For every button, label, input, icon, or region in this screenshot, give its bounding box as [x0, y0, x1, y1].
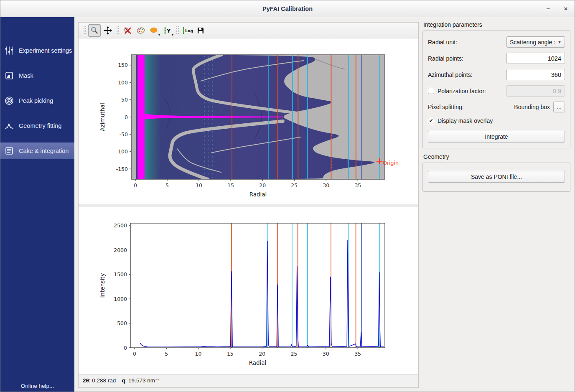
integrate-button[interactable]: Integrate: [428, 131, 565, 143]
zoom-tool-button[interactable]: [88, 24, 101, 37]
rings-icon: [4, 96, 14, 106]
integration-parameters-heading: Integration parameters: [423, 21, 570, 28]
peak-curve-icon: [4, 121, 14, 131]
close-button[interactable]: ×: [562, 5, 570, 12]
sliders-icon: [4, 46, 14, 56]
online-help-link[interactable]: Online help...: [0, 383, 74, 389]
y-tick-label: 1500: [114, 271, 127, 277]
minimize-button[interactable]: −: [544, 5, 552, 12]
unzoom-button[interactable]: [121, 24, 134, 37]
geometry-group: Save as PONI file...: [422, 163, 570, 192]
x-axis-label: Radial: [249, 359, 267, 366]
cake-plot-panel: Origin05101520253035150100500-50-100-150…: [79, 38, 418, 204]
pixel-splitting-value: Bounding box: [514, 104, 550, 110]
x-tick-label: 15: [227, 182, 234, 188]
plot-splitter[interactable]: [79, 204, 418, 207]
dropdown-arrow-icon: ▾: [158, 33, 160, 37]
palette-icon: [136, 26, 145, 35]
floppy-save-icon: [196, 26, 205, 35]
cake-image: [131, 55, 385, 179]
window-controls: − ×: [544, 0, 570, 17]
radial-points-input[interactable]: 1024: [506, 53, 565, 64]
x-axis-label: Radial: [249, 191, 267, 198]
polarization-input: 0.9: [506, 85, 565, 97]
sidebar-item-label: Geometry fitting: [19, 122, 61, 129]
window-title: PyFAI Calibration: [262, 5, 313, 12]
x-tick-label: 20: [259, 182, 266, 188]
two-theta-value: : 0.288 rad: [89, 377, 116, 384]
title-bar: PyFAI Calibration − ×: [0, 0, 575, 17]
x-tick-label: 35: [354, 182, 361, 188]
toolbar-separator: [176, 26, 179, 35]
x-tick-label: 5: [165, 351, 168, 357]
y-tick-label: 500: [117, 320, 127, 326]
display-mask-checkbox[interactable]: ✔: [428, 118, 434, 124]
x-tick-label: 0: [134, 182, 137, 188]
q-label: q: [122, 377, 125, 384]
x-tick-label: 0: [133, 351, 136, 357]
sidebar-item-cake-integration[interactable]: Cake & integration: [0, 143, 74, 159]
y-tick-label: 1000: [114, 296, 127, 302]
toolbar-separator: [116, 26, 119, 35]
intensity-plot-panel: 0510152025303505001000150020002500Radial…: [79, 207, 418, 374]
mask-color-button[interactable]: ▾: [148, 24, 160, 37]
polarization-checkbox[interactable]: [428, 88, 434, 94]
x-tick-label: 25: [291, 351, 298, 357]
x-tick-label: 10: [195, 351, 202, 357]
y-axis-label: Intensity: [99, 273, 106, 298]
x-tick-label: 30: [323, 351, 329, 357]
plot-toolbar: ▾ a Y ▾ Log: [79, 23, 418, 38]
save-figure-button[interactable]: [194, 24, 207, 37]
x-tick-label: 20: [259, 351, 265, 357]
dropdown-arrow-icon: ▾: [172, 33, 173, 37]
radial-unit-select[interactable]: Scattering angle : ▼: [506, 36, 565, 48]
orange-ellipse-icon: [150, 27, 158, 34]
magnifier-icon: [90, 26, 99, 35]
svg-text:Y: Y: [166, 28, 171, 34]
y-autoscale-button[interactable]: a Y ▾: [161, 24, 174, 37]
geometry-heading: Geometry: [423, 153, 570, 160]
zoom-cancel-icon: [123, 26, 132, 35]
y-tick-label: 0: [124, 345, 127, 351]
integration-parameters-group: Radial unit: Scattering angle : ▼ Radial…: [422, 31, 570, 148]
x-tick-label: 35: [354, 351, 361, 357]
y-tick-label: 150: [118, 62, 128, 68]
x-tick-label: 10: [196, 182, 202, 188]
log-axis-icon: Log: [182, 26, 193, 35]
sidebar-item-label: Mask: [19, 72, 33, 79]
colormap-button[interactable]: [135, 24, 147, 37]
x-tick-label: 25: [291, 182, 298, 188]
integration-panel: Integration parameters Radial unit: Scat…: [419, 17, 575, 392]
y-tick-label: -150: [116, 166, 128, 172]
y-tick-label: 100: [118, 79, 128, 86]
radial-points-label: Radial points:: [428, 55, 463, 62]
pixel-splitting-label: Pixel splitting:: [428, 104, 464, 110]
pan-tool-button[interactable]: [102, 24, 114, 37]
sidebar-item-peak-picking[interactable]: Peak picking: [0, 92, 74, 109]
y-tick-label: 50: [121, 97, 128, 103]
svg-text:a: a: [164, 29, 166, 32]
azimuthal-points-input[interactable]: 360: [506, 69, 565, 80]
pyfai-calibration-window: PyFAI Calibration − × Experiment setting…: [0, 0, 575, 392]
sidebar-item-label: Cake & integration: [19, 148, 69, 154]
radial-unit-label: Radial unit:: [428, 39, 457, 46]
y-tick-label: 2500: [114, 222, 127, 229]
toolbar-handle: [83, 26, 86, 35]
sidebar-item-experiment-settings[interactable]: Experiment settings: [0, 42, 74, 59]
cake-list-icon: [4, 146, 14, 156]
cake-plot[interactable]: Origin05101520253035150100500-50-100-150…: [79, 38, 418, 204]
display-mask-label: Display mask overlay: [438, 117, 493, 124]
intensity-plot[interactable]: 0510152025303505001000150020002500Radial…: [79, 207, 418, 374]
polarization-label: Polarization factor:: [438, 88, 486, 94]
q-value: : 19.573 nm⁻¹: [125, 377, 160, 384]
pixel-splitting-more-button[interactable]: ...: [553, 102, 565, 112]
log-scale-button[interactable]: Log: [181, 24, 193, 37]
svg-text:Log: Log: [185, 28, 193, 33]
sidebar-item-mask[interactable]: Mask: [0, 67, 74, 84]
y-tick-label: 2000: [114, 247, 127, 253]
save-poni-button[interactable]: Save as PONI file...: [428, 171, 565, 183]
azimuthal-points-label: Azimuthal points:: [428, 71, 473, 78]
y-tick-label: -100: [116, 148, 128, 155]
y-tick-label: -50: [120, 131, 128, 137]
sidebar-item-geometry-fitting[interactable]: Geometry fitting: [0, 117, 74, 134]
